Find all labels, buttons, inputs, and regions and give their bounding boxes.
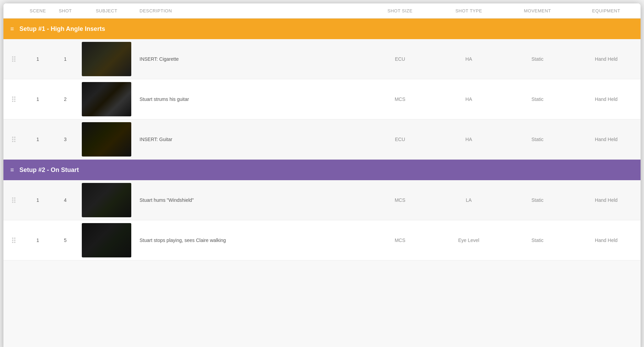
drag-handle[interactable] bbox=[3, 56, 24, 62]
shot-movement: Static bbox=[503, 56, 572, 62]
shot-description: INSERT: Guitar bbox=[134, 137, 366, 142]
thumbnail-cell[interactable] bbox=[79, 220, 134, 260]
shot-type: HA bbox=[434, 56, 503, 62]
scene-number: 1 bbox=[24, 96, 52, 102]
col-drag bbox=[3, 7, 24, 15]
svg-point-25 bbox=[14, 238, 15, 239]
scene-number: 1 bbox=[24, 137, 52, 142]
svg-point-8 bbox=[12, 99, 13, 100]
svg-point-13 bbox=[14, 137, 15, 138]
setup-label-1: Setup #1 - High Angle Inserts bbox=[20, 25, 105, 33]
svg-point-3 bbox=[14, 58, 15, 60]
svg-point-2 bbox=[12, 58, 13, 60]
table-row: 1 4 Stuart hums "Windshield" MCS LA Stat… bbox=[3, 180, 641, 220]
thumbnail-cell[interactable] bbox=[79, 79, 134, 119]
shot-thumbnail[interactable] bbox=[82, 183, 131, 217]
svg-point-28 bbox=[12, 242, 13, 243]
setup-label-2: Setup #2 - On Stuart bbox=[20, 166, 79, 174]
shot-type: LA bbox=[434, 197, 503, 203]
shot-equipment: Hand Held bbox=[572, 197, 641, 203]
shot-number: 2 bbox=[52, 96, 79, 102]
shot-movement: Static bbox=[503, 197, 572, 203]
svg-point-14 bbox=[12, 139, 13, 140]
svg-point-26 bbox=[12, 240, 13, 241]
svg-point-23 bbox=[14, 201, 15, 203]
shot-number: 1 bbox=[52, 56, 79, 62]
drag-handle[interactable] bbox=[3, 197, 24, 204]
svg-point-29 bbox=[14, 242, 15, 243]
svg-point-18 bbox=[12, 197, 13, 199]
col-subject-header: SUBJECT bbox=[79, 7, 134, 15]
col-shot-header: SHOT bbox=[52, 7, 79, 15]
thumbnail-cell[interactable] bbox=[79, 180, 134, 220]
app-container: SCENE SHOT SUBJECT DESCRIPTION SHOT SIZE… bbox=[3, 3, 641, 347]
shot-type: HA bbox=[434, 96, 503, 102]
shot-description: Stuart strums his guitar bbox=[134, 96, 366, 102]
shot-equipment: Hand Held bbox=[572, 238, 641, 243]
thumbnail-cell[interactable] bbox=[79, 119, 134, 159]
svg-point-0 bbox=[12, 56, 13, 58]
table-row: 1 2 Stuart strums his guitar MCS HA Stat… bbox=[3, 79, 641, 119]
svg-point-22 bbox=[12, 201, 13, 203]
column-headers: SCENE SHOT SUBJECT DESCRIPTION SHOT SIZE… bbox=[3, 3, 641, 19]
svg-point-6 bbox=[12, 96, 13, 98]
drag-handle[interactable] bbox=[3, 237, 24, 244]
svg-point-11 bbox=[14, 101, 15, 102]
col-shottype-header: SHOT TYPE bbox=[434, 7, 503, 15]
shot-thumbnail[interactable] bbox=[82, 82, 131, 116]
svg-point-7 bbox=[14, 96, 15, 98]
scene-number: 1 bbox=[24, 56, 52, 62]
table-row: 1 3 INSERT: Guitar ECU HA Static Hand He… bbox=[3, 119, 641, 160]
svg-point-4 bbox=[12, 60, 13, 62]
svg-point-24 bbox=[12, 238, 13, 239]
col-scene-header: SCENE bbox=[24, 7, 52, 15]
scene-number: 1 bbox=[24, 197, 52, 203]
shot-size: MCS bbox=[366, 96, 434, 102]
col-shotsize-header: SHOT SIZE bbox=[366, 7, 434, 15]
svg-point-10 bbox=[12, 101, 13, 102]
svg-point-19 bbox=[14, 197, 15, 199]
menu-icon-1[interactable]: ≡ bbox=[10, 25, 14, 33]
table-row: 1 5 Stuart stops playing, sees Claire wa… bbox=[3, 220, 641, 261]
shot-movement: Static bbox=[503, 238, 572, 243]
shot-number: 3 bbox=[52, 137, 79, 142]
shot-description: INSERT: Cigarette bbox=[134, 56, 366, 62]
shot-equipment: Hand Held bbox=[572, 56, 641, 62]
shot-equipment: Hand Held bbox=[572, 137, 641, 142]
svg-point-20 bbox=[12, 199, 13, 201]
col-movement-header: MOVEMENT bbox=[503, 7, 572, 15]
svg-point-1 bbox=[14, 56, 15, 58]
shot-movement: Static bbox=[503, 96, 572, 102]
shot-equipment: Hand Held bbox=[572, 96, 641, 102]
menu-icon-2[interactable]: ≡ bbox=[10, 166, 14, 174]
drag-handle[interactable] bbox=[3, 96, 24, 103]
shot-movement: Static bbox=[503, 137, 572, 142]
shot-description: Stuart hums "Windshield" bbox=[134, 197, 366, 203]
content-area: ≡ Setup #1 - High Angle Inserts 1 1 INSE… bbox=[3, 19, 641, 347]
table-row: 1 1 INSERT: Cigarette ECU HA Static Hand… bbox=[3, 39, 641, 79]
shot-size: MCS bbox=[366, 197, 434, 203]
shot-number: 4 bbox=[52, 197, 79, 203]
shot-thumbnail[interactable] bbox=[82, 122, 131, 157]
svg-point-21 bbox=[14, 199, 15, 201]
shot-size: ECU bbox=[366, 137, 434, 142]
scene-number: 1 bbox=[24, 238, 52, 243]
svg-point-12 bbox=[12, 137, 13, 138]
setup-header-1: ≡ Setup #1 - High Angle Inserts bbox=[3, 19, 641, 39]
shot-thumbnail[interactable] bbox=[82, 42, 131, 76]
svg-point-9 bbox=[14, 99, 15, 100]
thumbnail-cell[interactable] bbox=[79, 39, 134, 79]
shot-number: 5 bbox=[52, 238, 79, 243]
col-equipment-header: EQUIPMENT bbox=[572, 7, 641, 15]
shot-thumbnail[interactable] bbox=[82, 223, 131, 257]
svg-point-15 bbox=[14, 139, 15, 140]
shot-size: ECU bbox=[366, 56, 434, 62]
svg-point-16 bbox=[12, 141, 13, 142]
setup-header-2: ≡ Setup #2 - On Stuart bbox=[3, 160, 641, 180]
svg-point-27 bbox=[14, 240, 15, 241]
shot-description: Stuart stops playing, sees Claire walkin… bbox=[134, 238, 366, 243]
drag-handle[interactable] bbox=[3, 136, 24, 143]
svg-point-5 bbox=[14, 60, 15, 62]
svg-point-17 bbox=[14, 141, 15, 142]
shot-type: Eye Level bbox=[434, 238, 503, 243]
